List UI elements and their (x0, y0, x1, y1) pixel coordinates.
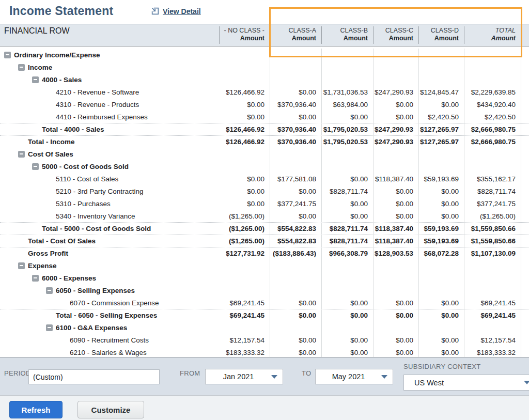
row-label: 6210 - Salaries & Wages (70, 349, 147, 356)
amount-cell: $12,157.54 (464, 334, 521, 346)
view-detail-label[interactable]: View Detail (163, 7, 201, 15)
amount-cell: $247,290.93 (373, 136, 418, 148)
amount-cell (373, 61, 418, 73)
row-label: 4210 - Revenue - Software (56, 88, 139, 96)
table-row: Cost Of Sales (0, 148, 529, 160)
row-label: 4410 - Reimbursed Expenses (56, 113, 148, 121)
to-select-value: May 2021 (316, 372, 381, 381)
filler-cell (521, 61, 529, 73)
amount-cell: $828,711.74 (321, 223, 373, 235)
row-label: Gross Profit (28, 250, 68, 257)
amount-cell (270, 272, 321, 284)
amount-cell: $59,193.69 (418, 223, 464, 235)
filler-cell (521, 86, 529, 98)
row-label: Total - 5000 - Cost of Goods Sold (42, 225, 151, 232)
chevron-down-icon[interactable] (524, 381, 529, 384)
row-label: 5310 - Purchases (56, 200, 111, 208)
column-header-no-class: - NO CLASS -Amount (219, 24, 270, 46)
amount-cell: $69,241.45 (219, 309, 270, 321)
amount-cell (219, 321, 270, 334)
amount-cell (321, 160, 373, 173)
amount-cell (464, 284, 521, 297)
filler-cell (521, 111, 529, 123)
amount-cell: $0.00 (418, 309, 464, 321)
amount-cell (321, 272, 373, 284)
table-header-row: FINANCIAL ROW - NO CLASS -AmountCLASS-AA… (0, 24, 529, 46)
report-table: FINANCIAL ROW - NO CLASS -AmountCLASS-AA… (0, 24, 529, 357)
to-select[interactable]: May 2021 (315, 369, 393, 384)
row-label: Total - Cost Of Sales (28, 237, 96, 245)
amount-cell: $63,984.00 (321, 98, 373, 111)
amount-cell (464, 49, 521, 61)
amount-cell (418, 148, 464, 160)
amount-cell: $1,559,850.66 (464, 235, 521, 247)
amount-cell: $0.00 (270, 86, 321, 98)
collapse-minus-icon[interactable] (46, 287, 53, 294)
amount-cell (464, 73, 521, 86)
amount-cell: $355,162.17 (464, 173, 521, 185)
amount-cell: $554,822.83 (270, 223, 321, 235)
from-select[interactable]: Jan 2021 (205, 369, 283, 384)
amount-cell: ($183,886.43) (270, 247, 321, 259)
collapse-minus-icon[interactable] (18, 262, 25, 269)
collapse-minus-icon[interactable] (4, 52, 11, 58)
period-input[interactable] (28, 369, 160, 384)
amount-cell: $128,903.53 (373, 247, 418, 259)
amount-cell: $177,581.08 (270, 173, 321, 185)
customize-button[interactable]: Customize (77, 401, 144, 418)
amount-cell: $127,731.92 (219, 247, 270, 259)
collapse-minus-icon[interactable] (18, 151, 25, 158)
row-label: 6090 - Recruitment Costs (70, 336, 149, 344)
amount-cell (418, 160, 464, 173)
amount-cell: $377,241.75 (464, 197, 521, 210)
amount-cell: $0.00 (219, 173, 270, 185)
view-detail-icon[interactable] (151, 7, 160, 15)
row-label: Total - Income (28, 138, 75, 146)
amount-cell: $1,559,850.66 (464, 223, 521, 235)
amount-cell: $12,157.54 (219, 334, 270, 346)
collapse-minus-icon[interactable] (32, 163, 39, 170)
chevron-down-icon[interactable] (271, 375, 277, 379)
amount-cell (270, 284, 321, 297)
amount-cell: $0.00 (270, 210, 321, 222)
table-row: 6100 - G&A Expenses (0, 321, 529, 334)
collapse-minus-icon[interactable] (46, 324, 53, 331)
chevron-down-icon[interactable] (381, 375, 387, 379)
amount-cell (418, 259, 464, 272)
amount-cell: $127,265.97 (418, 123, 464, 135)
from-label: FROM (180, 369, 200, 377)
amount-cell: $0.00 (373, 98, 418, 111)
table-row: 4410 - Reimbursed Expenses$0.00$0.00$0.0… (0, 111, 529, 123)
amount-cell: $59,193.69 (418, 235, 464, 247)
amount-cell (373, 321, 418, 334)
amount-cell: $966,308.79 (321, 247, 373, 259)
amount-cell: $0.00 (373, 297, 418, 309)
table-row: 5210 - 3rd Party Contracting$0.00$0.00$8… (0, 185, 529, 197)
amount-cell (373, 160, 418, 173)
filler-cell (521, 272, 529, 284)
subsidiary-select[interactable]: US West (403, 375, 529, 391)
filler-cell (521, 284, 529, 297)
view-detail-link[interactable]: View Detail (151, 7, 201, 15)
column-header-financial-row: FINANCIAL ROW (0, 24, 219, 46)
row-label: Total - 6050 - Selling Expenses (56, 312, 157, 319)
filler-cell (521, 98, 529, 111)
table-row: Total - Cost Of Sales($1,265.00)$554,822… (0, 235, 529, 247)
amount-cell: $2,229,639.85 (464, 86, 521, 98)
amount-cell: $0.00 (321, 334, 373, 346)
amount-cell: $2,666,980.75 (464, 136, 521, 148)
row-label: 5210 - 3rd Party Contracting (56, 188, 144, 195)
filler-cell (521, 223, 529, 235)
column-header-class-d: CLASS-DAmount (418, 24, 464, 46)
collapse-minus-icon[interactable] (32, 275, 39, 282)
amount-cell: $69,241.45 (219, 297, 270, 309)
amount-cell: $0.00 (219, 111, 270, 123)
table-row: Gross Profit$127,731.92($183,886.43)$966… (0, 247, 529, 259)
amount-cell: ($1,265.00) (219, 210, 270, 222)
amount-cell: $0.00 (321, 297, 373, 309)
collapse-minus-icon[interactable] (32, 76, 39, 83)
table-row: Total - 4000 - Sales$126,466.92$370,936.… (0, 123, 529, 135)
refresh-button[interactable]: Refresh (9, 401, 63, 418)
collapse-minus-icon[interactable] (18, 64, 25, 71)
amount-cell: $69,241.45 (464, 309, 521, 321)
